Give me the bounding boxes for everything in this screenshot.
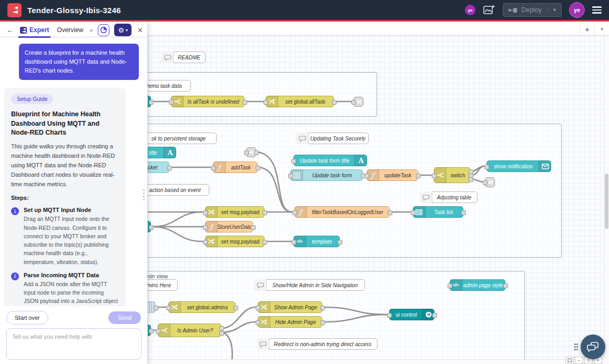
node-show-admin-page[interactable]: Show Admin Page <box>258 301 322 313</box>
node-port <box>203 240 208 245</box>
node-switch[interactable]: switch <box>434 167 471 183</box>
node-port <box>387 313 392 318</box>
flow-list-button[interactable]: ▾ <box>594 23 609 35</box>
node-port <box>203 225 208 230</box>
flow-editor: + ▾ ystemstem Admin viewREADMEDemo task … <box>148 23 609 364</box>
flowfuse-logo-mark <box>10 5 19 15</box>
deploy-button[interactable]: Deploy ▼ <box>503 3 562 17</box>
instance-title: Tender-Glossy-Ibis-3246 <box>27 6 121 15</box>
setup-guide-badge: Setup Guide <box>11 94 53 104</box>
deploy-label: Deploy <box>521 6 542 14</box>
vertical-scrollbar[interactable] <box>604 36 609 359</box>
start-over-button[interactable]: Start over <box>6 311 48 325</box>
comment-updating-task-securely[interactable]: Updating Task Securely <box>296 133 369 144</box>
comment-show-hide-admin[interactable]: Show/Hide Admin in Side Navigation <box>254 279 365 291</box>
node-ticket[interactable]: icket <box>148 161 169 173</box>
avatar-small[interactable]: ye <box>465 5 475 15</box>
assistant-panel: ← Expert Overview » ⚙▾ <box>0 23 148 364</box>
flow-tabbar: + ▾ <box>148 23 609 36</box>
node-link-2[interactable] <box>246 147 256 157</box>
guide-heading: Blueprint for Machine Health Dashboard U… <box>11 110 119 138</box>
node-update-task-form-title[interactable]: AUpdate task form title <box>293 155 367 166</box>
comment-admins-here[interactable]: mins Here <box>148 279 178 291</box>
back-arrow-icon[interactable]: ← <box>6 26 14 34</box>
deploy-node-icon <box>509 7 517 13</box>
settings-dropdown-button[interactable]: ⚙▾ <box>114 24 131 36</box>
step-title: Set up MQTT Input Node <box>24 207 119 213</box>
node-port <box>503 284 508 288</box>
node-inject-hatch[interactable] <box>148 301 156 313</box>
node-label: sk to persistent storage <box>148 133 216 144</box>
tab-overview-label: Overview <box>57 26 83 34</box>
add-flow-button[interactable]: + <box>580 23 594 35</box>
assistant-input[interactable] <box>6 328 141 360</box>
node-template[interactable]: </>template <box>293 236 340 247</box>
node-update-task-form[interactable]: Update task form <box>290 169 363 181</box>
comment-save-task-storage[interactable]: sk to persistent storage <box>148 133 217 144</box>
vertical-scroll-thumb[interactable] <box>605 174 608 229</box>
zoom-fit-button[interactable] <box>565 357 574 364</box>
node-storeuserdata[interactable]: ƒStoreUserData <box>205 221 253 232</box>
wire[interactable] <box>152 212 202 227</box>
node-show-notification[interactable]: show notification <box>486 160 551 172</box>
wire[interactable] <box>472 179 483 182</box>
comment-action-based-on-event[interactable]: action based on event <box>148 184 209 196</box>
tab-expert[interactable]: Expert <box>18 23 50 37</box>
node-port <box>256 320 260 325</box>
node-set-msg-payload-1[interactable]: set msg.payload <box>205 206 265 218</box>
node-filtertask[interactable]: ƒfilterTaskBasedOnLoggedUser <box>295 206 390 218</box>
flow-canvas[interactable]: ystemstem Admin viewREADMEDemo task data… <box>148 36 604 359</box>
deploy-caret-icon[interactable]: ▼ <box>547 7 561 13</box>
node-addtask[interactable]: ƒaddTask <box>213 161 258 173</box>
tab-expert-label: Expert <box>29 26 49 34</box>
node-stub-3[interactable] <box>148 325 151 336</box>
horizontal-scrollbar[interactable] <box>148 359 604 364</box>
node-is-admin-user[interactable]: Is Admin User? <box>158 323 221 337</box>
node-port <box>292 210 297 215</box>
node-set-global-admins[interactable]: set global.admins <box>168 301 236 313</box>
image-sparkle-icon[interactable] <box>483 4 495 16</box>
comment-adjusting-table[interactable]: Adjusting table <box>420 191 478 203</box>
node-link-out-1[interactable] <box>353 97 363 107</box>
avatar-user[interactable]: ye <box>569 2 585 18</box>
node-set-global-alltask[interactable]: set global.allTask <box>266 96 334 107</box>
drag-handle-dots[interactable] <box>574 343 580 351</box>
node-label: Is Admin User? <box>158 324 221 337</box>
node-stub-2[interactable] <box>148 221 151 232</box>
wire[interactable] <box>224 332 232 359</box>
hamburger-icon[interactable] <box>592 6 602 14</box>
send-button[interactable]: Send <box>108 311 141 324</box>
close-icon[interactable]: ✕ <box>137 26 143 34</box>
comment-readme[interactable]: README <box>161 52 206 63</box>
node-link-3[interactable] <box>485 177 495 187</box>
node-inject-stub-1[interactable] <box>148 96 151 107</box>
chat-fab-button[interactable] <box>581 335 605 359</box>
node-task-list[interactable]: Task list <box>413 206 463 218</box>
node-is-alltask-undefined[interactable]: Is allTask is undefined <box>171 96 245 107</box>
user-message-bubble: Create a blueprint for a machine health … <box>19 44 139 80</box>
node-port <box>256 306 260 310</box>
node-updatetask[interactable]: ƒupdateTask <box>367 169 418 181</box>
node-admin-page-style[interactable]: </>admin page style <box>450 279 505 291</box>
node-ui-control[interactable]: ui control <box>389 309 434 320</box>
node-ui-text-form-title[interactable]: Am title <box>148 147 176 158</box>
comment-redirect-non-admin[interactable]: Redirect is non-admin trying direct acce… <box>257 338 378 350</box>
panel-resize-grip[interactable] <box>143 189 145 200</box>
wire[interactable] <box>259 167 292 212</box>
tab-overview[interactable]: Overview <box>55 23 85 37</box>
node-label: updateTask <box>367 170 418 180</box>
flowfuse-logo[interactable] <box>7 3 22 17</box>
wire[interactable] <box>323 315 387 322</box>
gear-icon: ⚙ <box>118 26 124 34</box>
zoom-out-button[interactable]: − <box>575 357 583 364</box>
usage-pie-button[interactable] <box>98 24 110 36</box>
node-hide-admin-page[interactable]: Hide Admin Page <box>258 316 322 328</box>
more-tabs-icon[interactable]: » <box>89 27 93 33</box>
wire[interactable] <box>152 227 202 241</box>
node-port <box>291 159 296 164</box>
node-port <box>234 306 238 310</box>
comment-demo-task-data[interactable]: Demo task data <box>148 80 191 92</box>
node-set-msg-payload-2[interactable]: set msg.payload <box>205 236 265 247</box>
node-label: template <box>294 236 339 247</box>
wire[interactable] <box>323 307 387 315</box>
